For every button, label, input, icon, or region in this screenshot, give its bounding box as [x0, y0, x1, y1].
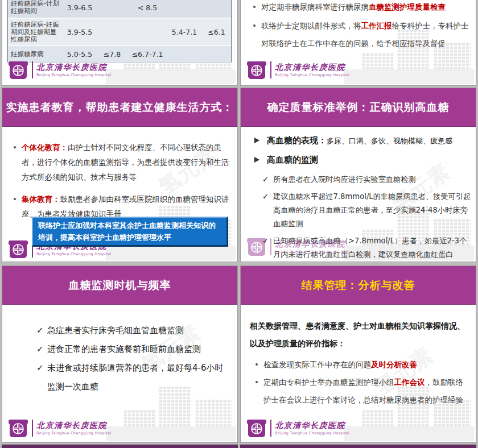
- bullet-list: 个体化教育：由护士针对不同文化程度、不同心理状态的患者，进行个体化的血糖监测指导…: [9, 140, 232, 229]
- table-row: 妊前糖尿病-计划妊娠期间 3.9-6.5 < 8.5: [8, 0, 231, 18]
- building-base: [106, 426, 236, 441]
- hospital-name-zh: 北京清华长庚医院: [275, 421, 349, 431]
- slide-thumbnail-monitoring-timing[interactable]: 血糖监测时机与频率 氢元素 急症患者实行床旁毛细血管血糖监测 进食正常的患者实施…: [2, 266, 238, 443]
- hospital-name-en: Beijing Tsinghua Changgung Hospital: [36, 73, 111, 77]
- check-item: 进食正常的患者实施餐前和睡前血糖监测: [36, 340, 224, 359]
- hospital-logo-text: 北京清华长庚医院 Beijing Tsinghua Changgung Hosp…: [275, 421, 349, 435]
- hospital-name-en: Beijing Tsinghua Changgung Hospital: [36, 431, 111, 435]
- hospital-logo-mark-icon: [246, 237, 267, 256]
- slide-title-band: 结果管理：分析与改善: [241, 266, 476, 305]
- hospital-logo-mark-icon: [246, 418, 267, 437]
- point-label: 高血糖的监测: [267, 155, 318, 165]
- bullet-text: 定期由专科护士举办血糖监测护理小组: [263, 378, 394, 387]
- check-item: 急症患者实行床旁毛细血管血糖监测: [36, 321, 224, 340]
- building-base: [106, 246, 236, 260]
- hospital-logo-text: 北京清华长庚医院 Beijing Tsinghua Changgung Hosp…: [36, 63, 111, 77]
- arrowhead-bullet-icon: [254, 138, 259, 143]
- hospital-name-en: Beijing Tsinghua Changgung Hospital: [275, 250, 349, 254]
- table-cell: 3.9-6.5: [63, 3, 96, 12]
- slide-thumbnail-hyperglycemia-standard[interactable]: 确定质量标准举例：正确识别高血糖 氢元素 高血糖的表现：多尿、口渴、多饮、视物模…: [240, 88, 476, 262]
- hospital-logo-text: 北京清华长庚医院 Beijing Tsinghua Changgung Hosp…: [36, 421, 111, 435]
- intro-text: 相关数据管理、患者满意度、护士对血糖相关知识掌握情况、以及护理质量的评价指标：: [250, 317, 469, 352]
- slide-grid-page: { "logo": { "name_zh": "北京清华长庚医院", "name…: [0, 0, 478, 448]
- slide-title-band: 实施患者教育，帮助患者建立健康生活方式：: [2, 88, 237, 127]
- slide-title-band: 确定质量标准举例：正确识别高血糖: [241, 88, 476, 127]
- arrowhead-bullet-icon: [254, 157, 259, 163]
- table-cell: 5.0-5.5: [63, 50, 96, 59]
- hospital-name-en: Beijing Tsinghua Changgung Hospital: [36, 252, 111, 256]
- bullet-list: 对定期非糖尿病科室进行糖尿病血糖监测护理质量检查 联络护士定期以邮件形式，将工作…: [249, 0, 471, 53]
- hospital-logo: 北京清华长庚医院 Beijing Tsinghua Changgung Hosp…: [246, 418, 349, 437]
- slide-thumbnail-quality-check-bullets[interactable]: 对定期非糖尿病科室进行糖尿病血糖监测护理质量检查 联络护士定期以邮件形式，将工作…: [240, 0, 476, 86]
- row-label: 妊前糖尿病-妊娠期间及妊娠期显性糖尿病: [8, 20, 63, 44]
- hospital-name-zh: 北京清华长庚医院: [36, 63, 111, 73]
- hospital-logo-mark-icon: [8, 60, 28, 79]
- point-text: 多尿、口渴、多饮、视物模糊、疲惫感: [327, 136, 452, 145]
- table-cell: ≤6.1: [202, 28, 231, 36]
- hospital-logo-text: 北京清华长庚医院 Beijing Tsinghua Changgung Hosp…: [275, 239, 349, 254]
- hospital-name-en: Beijing Tsinghua Changgung Hospital: [275, 431, 349, 435]
- next-slide-top-edge: [2, 445, 238, 448]
- logo-divider: [270, 420, 271, 437]
- bullet-text: 检查发现实际工作中存在的问题: [263, 360, 371, 369]
- blood-glucose-targets-table: 妊前糖尿病-计划妊娠期间 3.9-6.5 < 8.5 妊前糖尿病-妊娠期间及妊娠…: [7, 0, 232, 63]
- bullet-text: 对定期非糖尿病科室进行糖尿病: [261, 2, 369, 11]
- row-label: 妊前糖尿病-计划妊娠期间: [8, 0, 63, 16]
- point-label: 高血糖的表现：: [267, 135, 327, 146]
- table-cell: ≤6.7-7.1: [128, 50, 167, 59]
- slide-thumbnail-result-management[interactable]: 结果管理：分析与改善 氢元素 相关数据管理、患者满意度、护士对血糖相关知识掌握情…: [240, 266, 476, 443]
- callout-box: 联络护士应加强对本科室其余护士血糖监测相关知识的培训，提高本科室护士血糖护理管理…: [32, 217, 228, 247]
- bullet-label: 集体教育：: [22, 194, 60, 204]
- table-cell: ≤7.8: [96, 50, 128, 59]
- slide-title: 实施患者教育，帮助患者建立健康生活方式：: [6, 100, 234, 115]
- bullet-list: 检查发现实际工作中存在的问题及时分析改善 定期由专科护士举办血糖监测护理小组工作…: [251, 356, 468, 409]
- slide-title: 血糖监测时机与频率: [69, 278, 171, 293]
- building-base: [344, 426, 474, 441]
- list-item: 个体化教育：由护士针对不同文化程度、不同心理状态的患者，进行个体化的血糖监测指导…: [9, 140, 232, 184]
- bullet-highlight: 及时分析改善: [371, 360, 417, 369]
- building-base: [344, 69, 474, 84]
- hospital-logo: 北京清华长庚医院 Beijing Tsinghua Changgung Hosp…: [8, 60, 111, 79]
- logo-divider: [32, 420, 33, 437]
- arrow-point: 高血糖的表现：多尿、口渴、多饮、视物模糊、疲惫感: [254, 134, 471, 147]
- check-list: 急症患者实行床旁毛细血管血糖监测 进食正常的患者实施餐前和睡前血糖监测 未进食或…: [36, 321, 224, 396]
- table-cell: < 8.5: [128, 3, 167, 12]
- next-slide-top-edge: [240, 445, 476, 448]
- hospital-logo-text: 北京清华长庚医院 Beijing Tsinghua Changgung Hosp…: [275, 63, 349, 77]
- logo-divider: [270, 238, 271, 255]
- row-label: 妊娠糖尿病: [8, 49, 63, 59]
- hospital-name-zh: 北京清华长庚医院: [275, 63, 349, 73]
- building-base: [106, 69, 236, 84]
- check-item: 未进食或持续肠道营养的患者，最好每4-6小时监测一次血糖: [36, 359, 224, 396]
- slide-title: 结果管理：分析与改善: [302, 278, 415, 293]
- hospital-name-zh: 北京清华长庚医院: [275, 239, 349, 250]
- hospital-name-zh: 北京清华长庚医院: [36, 421, 111, 431]
- hospital-logo: 北京清华长庚医院 Beijing Tsinghua Changgung Hosp…: [8, 418, 111, 437]
- hospital-logo-mark-icon: [8, 239, 28, 258]
- list-item: 对定期非糖尿病科室进行糖尿病血糖监测护理质量检查: [249, 0, 471, 16]
- slide-thumbnail-glycemia-targets-table[interactable]: 妊前糖尿病-计划妊娠期间 3.9-6.5 < 8.5 妊前糖尿病-妊娠期间及妊娠…: [2, 0, 238, 86]
- table-row: 妊娠糖尿病 5.0-5.5 ≤7.8 ≤6.7-7.1: [8, 45, 231, 62]
- bullet-highlight: 血糖监测护理质量检查: [369, 2, 446, 11]
- logo-divider: [270, 61, 271, 78]
- list-item: 定期由专科护士举办血糖监测护理小组工作会议，鼓励联络护士在会议上进行个案讨论，总…: [251, 374, 468, 409]
- arrow-point: 高血糖的监测: [254, 154, 471, 167]
- bullet-highlight: 工作汇报: [361, 21, 392, 30]
- slide-thumbnail-patient-education[interactable]: 实施患者教育，帮助患者建立健康生活方式： 氢元素 个体化教育：由护士针对不同文化…: [2, 88, 238, 262]
- table-row: 妊前糖尿病-妊娠期间及妊娠期显性糖尿病 3.9-5.5 5.4-7.1 ≤6.1: [8, 18, 231, 45]
- list-item: 检查发现实际工作中存在的问题及时分析改善: [251, 356, 468, 374]
- slide-title-band: 血糖监测时机与频率: [2, 266, 237, 305]
- slide-title: 确定质量标准举例：正确识别高血糖: [267, 100, 450, 115]
- table-cell: 5.4-7.1: [167, 28, 202, 36]
- hospital-logo: 北京清华长庚医院 Beijing Tsinghua Changgung Hosp…: [246, 237, 349, 256]
- bullet-label: 个体化教育：: [22, 143, 68, 152]
- bullet-highlight: 工作会议: [394, 378, 425, 387]
- table-cell: 3.9-5.5: [63, 28, 96, 36]
- list-item: 联络护士定期以邮件形式，将工作汇报给专科护士，专科护士对联络护士在工作中存在的问…: [249, 17, 471, 52]
- hospital-logo: 北京清华长庚医院 Beijing Tsinghua Changgung Hosp…: [246, 60, 349, 79]
- check-item: 所有患者在入院时均应进行实验室血糖检测: [262, 173, 471, 186]
- hospital-logo-mark-icon: [8, 418, 28, 437]
- check-item: 建议血糖水平超过7.8mmol/L的非糖尿病患者、接受可引起高血糖的治疗且血糖正…: [262, 190, 471, 231]
- hospital-logo-mark-icon: [246, 60, 267, 79]
- hospital-name-en: Beijing Tsinghua Changgung Hospital: [275, 73, 349, 77]
